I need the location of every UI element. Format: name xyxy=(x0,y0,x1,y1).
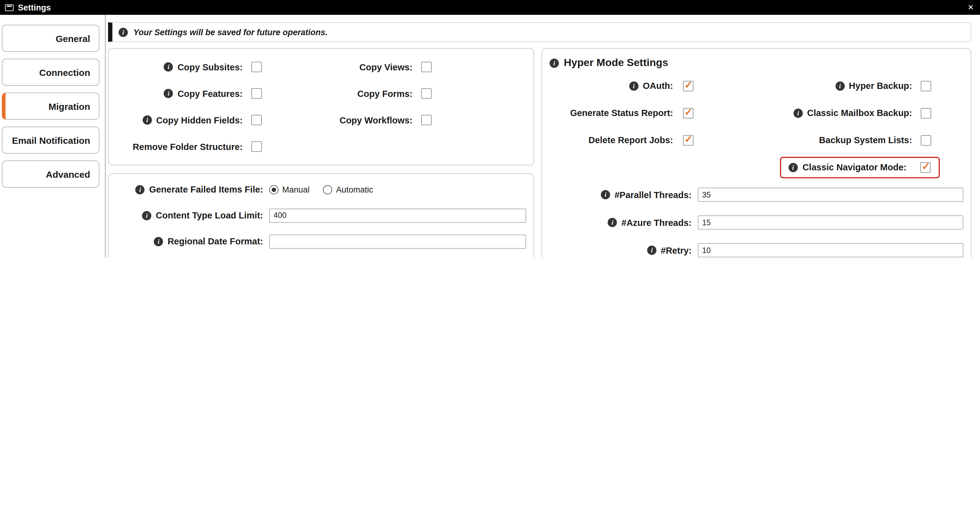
banner-text: Your Settings will be saved for future o… xyxy=(134,27,328,37)
backup-system-lists-checkbox[interactable] xyxy=(921,135,931,145)
azure-threads-input[interactable] xyxy=(698,216,963,230)
check-icon: ✓ xyxy=(922,162,930,171)
label-text: Classic Mailbox Backup: xyxy=(807,108,912,118)
info-icon[interactable]: i xyxy=(608,218,617,227)
copy-features-checkbox[interactable] xyxy=(251,88,262,99)
automatic-radio[interactable] xyxy=(323,185,332,194)
label-text: Content Type Load Limit: xyxy=(156,211,263,220)
sidebar: General Connection Migration Email Notif… xyxy=(0,15,106,258)
migration-settings-content: i Your Settings will be saved for future… xyxy=(106,15,980,258)
generate-status-report-checkbox[interactable]: ✓ xyxy=(682,108,693,118)
copy-forms-label: Copy Forms: xyxy=(270,89,412,98)
copy-views-checkbox[interactable] xyxy=(421,62,432,72)
oauth-checkbox[interactable]: ✓ xyxy=(682,81,693,91)
copy-forms-checkbox[interactable] xyxy=(421,88,432,99)
remove-folder-structure-checkbox[interactable] xyxy=(251,141,262,152)
label-text: Generate Failed Items File: xyxy=(149,184,263,194)
copy-views-label: Copy Views: xyxy=(270,62,412,72)
automatic-radio-label: Automatic xyxy=(336,185,373,194)
tab-email-notification[interactable]: Email Notification xyxy=(2,127,99,154)
tab-advanced[interactable]: Advanced xyxy=(2,160,99,188)
delete-report-jobs-label: Delete Report Jobs: xyxy=(550,135,673,145)
settings-columns: i Copy Subsites: Copy Views: xyxy=(108,48,971,258)
oauth-cell: ✓ xyxy=(673,81,703,91)
remove-folder-structure-label: Remove Folder Structure: xyxy=(116,142,243,152)
manual-radio-label: Manual xyxy=(282,185,310,194)
content-type-load-limit-input[interactable] xyxy=(269,208,526,222)
window-title: Settings xyxy=(18,3,51,12)
hyper-checkbox-grid: i OAuth: ✓ i Hyper Backup: xyxy=(550,72,963,181)
tab-connection[interactable]: Connection xyxy=(2,59,99,86)
label-text: Regional Date Format: xyxy=(168,236,263,246)
copy-hidden-fields-checkbox[interactable] xyxy=(251,115,262,125)
parallel-threads-row: i #Parallel Threads: xyxy=(550,181,963,209)
label-text: Copy Features: xyxy=(178,89,243,98)
check-icon: ✓ xyxy=(684,80,693,90)
content-type-load-limit-row: i Content Type Load Limit: xyxy=(116,203,526,228)
label-text: Remove Folder Structure: xyxy=(133,142,243,152)
close-icon[interactable]: ✕ xyxy=(968,3,974,12)
classic-mailbox-backup-checkbox[interactable] xyxy=(921,108,931,118)
copy-hidden-fields-cell xyxy=(243,115,270,125)
parallel-threads-ctrl xyxy=(698,188,963,202)
info-icon[interactable]: i xyxy=(788,163,797,172)
info-icon[interactable]: i xyxy=(835,81,845,90)
info-icon[interactable]: i xyxy=(794,108,803,117)
label-text: Generate Status Report: xyxy=(570,108,673,118)
info-icon[interactable]: i xyxy=(135,185,145,194)
label-text: #Azure Threads: xyxy=(622,217,692,227)
delete-report-jobs-cell: ✓ xyxy=(673,135,703,145)
tab-migration[interactable]: Migration xyxy=(2,93,99,120)
copy-options-grid: i Copy Subsites: Copy Views: xyxy=(116,54,526,160)
info-icon: i xyxy=(119,27,128,37)
label-text: Copy Subsites: xyxy=(178,62,243,72)
info-icon[interactable]: i xyxy=(647,246,656,255)
classic-navigator-mode-highlight: i Classic Navigator Mode: ✓ xyxy=(780,157,940,178)
info-icon[interactable]: i xyxy=(601,190,610,199)
generate-failed-items-row: i Generate Failed Items File: Manual xyxy=(116,176,526,203)
settings-window: Settings ✕ General Connection Migration … xyxy=(0,0,980,258)
hyper-mode-title: i Hyper Mode Settings xyxy=(550,54,963,72)
label-text: Copy Forms: xyxy=(357,89,412,98)
info-banner: i Your Settings will be saved for future… xyxy=(108,22,971,42)
azure-threads-row: i #Azure Threads: xyxy=(550,209,963,236)
retry-row: i #Retry: xyxy=(550,236,963,258)
label-text: Copy Workflows: xyxy=(340,115,412,125)
delete-report-jobs-checkbox[interactable]: ✓ xyxy=(682,135,693,145)
retry-label: i #Retry: xyxy=(550,245,698,255)
classic-navigator-mode-label: Classic Navigator Mode: xyxy=(802,162,907,172)
info-icon[interactable]: i xyxy=(550,58,559,68)
tab-general[interactable]: General xyxy=(2,25,99,52)
regional-date-format-ctrl xyxy=(269,234,526,249)
info-icon[interactable]: i xyxy=(154,237,163,246)
check-icon: ✓ xyxy=(684,135,693,144)
hyper-backup-checkbox[interactable] xyxy=(921,81,931,91)
manual-radio-option[interactable]: Manual xyxy=(269,185,310,194)
copy-subsites-checkbox[interactable] xyxy=(251,62,262,72)
copy-workflows-label: Copy Workflows: xyxy=(270,115,412,125)
label-text: Backup System Lists: xyxy=(819,135,912,145)
parallel-threads-input[interactable] xyxy=(698,188,963,202)
info-icon[interactable]: i xyxy=(629,81,638,90)
content-type-load-limit-ctrl xyxy=(269,208,526,222)
copy-forms-cell xyxy=(412,88,440,99)
copy-subsites-label: i Copy Subsites: xyxy=(116,62,243,72)
retry-input[interactable] xyxy=(698,243,963,257)
info-icon[interactable]: i xyxy=(164,89,173,98)
automatic-radio-option[interactable]: Automatic xyxy=(323,185,373,194)
label-text: Classic Navigator Mode: xyxy=(802,162,907,172)
info-icon[interactable]: i xyxy=(143,116,152,125)
failed-items-group: i Generate Failed Items File: Manual xyxy=(108,173,534,258)
classic-navigator-mode-checkbox[interactable]: ✓ xyxy=(920,162,931,173)
info-icon[interactable]: i xyxy=(142,211,151,220)
left-column: i Copy Subsites: Copy Views: xyxy=(108,48,534,258)
regional-date-format-label: i Regional Date Format: xyxy=(116,236,269,246)
info-icon[interactable]: i xyxy=(164,62,173,71)
regional-date-format-input[interactable] xyxy=(269,234,526,249)
failed-items-radio-group: Manual Automatic xyxy=(269,185,526,194)
azure-threads-label: i #Azure Threads: xyxy=(550,217,698,227)
copy-workflows-checkbox[interactable] xyxy=(421,115,432,125)
manual-radio[interactable] xyxy=(269,185,278,194)
custom-identity-provider-row: i Custom Identity Provider: xyxy=(116,254,526,258)
generate-status-report-label: Generate Status Report: xyxy=(550,108,673,118)
